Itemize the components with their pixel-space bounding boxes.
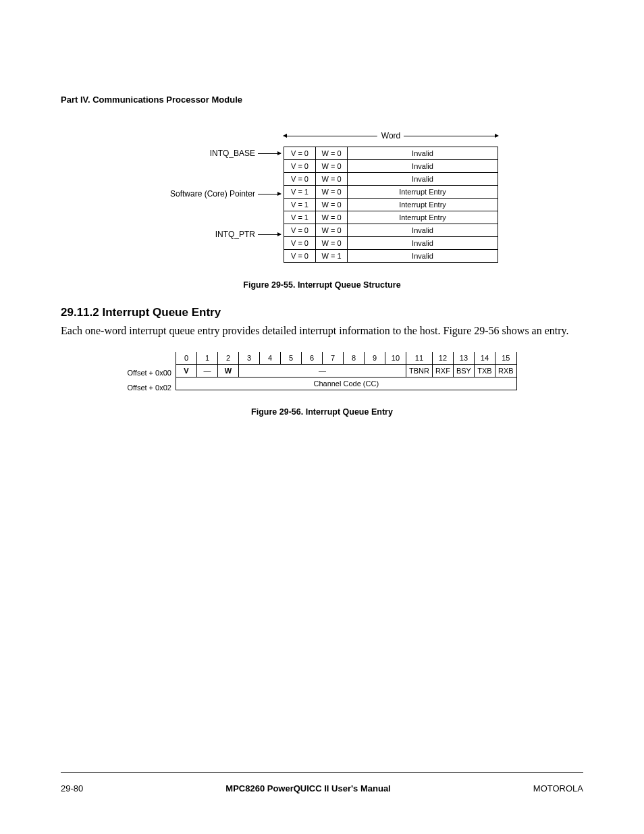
table-row: V = 0W = 0Invalid [284,237,498,250]
table-row: V = 1W = 0Interrupt Entry [284,211,498,224]
arrow-icon [258,194,281,194]
offset-0x02-label: Offset + 0x02 [127,380,171,395]
manual-title: MPC8260 PowerQUICC II User's Manual [225,783,390,793]
word-width-header: Word [284,132,498,147]
vendor-name: MOTOROLA [533,783,583,793]
arrow-icon [258,153,281,154]
table-row: V = 0W = 0Invalid [284,224,498,237]
intq-ptr-label: INTQ_PTR [215,228,255,241]
figure-29-56: Offset + 0x00 Offset + 0x02 0 1 2 3 4 5 … [61,352,583,395]
offset-0x00-label: Offset + 0x00 [127,365,171,380]
arrow-left-icon [284,136,378,136]
intq-base-label: INTQ_BASE [210,147,255,160]
arrow-icon [258,234,281,235]
section-heading: 29.11.2 Interrupt Queue Entry [61,306,583,319]
word-label: Word [377,132,404,140]
bit-header-row: 0 1 2 3 4 5 6 7 8 9 10 11 12 13 14 15 [176,352,516,365]
offset-0x00-row: V — W — TBNR RXF BSY TXB RXB [176,364,516,377]
offset-0x02-row: Channel Code (CC) [176,377,516,390]
interrupt-entry-table: 0 1 2 3 4 5 6 7 8 9 10 11 12 13 14 15 [176,352,517,390]
table-row: V = 1W = 0Interrupt Entry [284,199,498,211]
figure-29-55: INTQ_BASE Software (Core) Pointer INTQ_P… [61,132,583,268]
table-row: V = 1W = 0Interrupt Entry [284,186,498,199]
figure-56-caption: Figure 29-56. Interrupt Queue Entry [61,407,583,417]
figure-55-caption: Figure 29-55. Interrupt Queue Structure [61,280,583,290]
page: Part IV. Communications Processor Module… [0,0,644,834]
section-body: Each one-word interrupt queue entry prov… [61,323,583,338]
table-row: V = 0W = 0Invalid [284,160,498,173]
table-row: V = 0W = 0Invalid [284,147,498,160]
interrupt-queue-table: V = 0W = 0Invalid V = 0W = 0Invalid V = … [284,147,498,263]
table-row: V = 0W = 0Invalid [284,173,498,186]
part-title: Part IV. Communications Processor Module [61,95,583,105]
offset-labels: Offset + 0x00 Offset + 0x02 [127,352,176,395]
core-pointer-label: Software (Core) Pointer [170,187,255,201]
table-row: V = 0W = 1Invalid [284,250,498,263]
page-footer: 29-80 MPC8260 PowerQUICC II User's Manua… [61,772,583,793]
queue-pointer-labels: INTQ_BASE Software (Core) Pointer INTQ_P… [146,132,284,268]
arrow-right-icon [404,136,498,136]
page-number: 29-80 [61,783,83,793]
